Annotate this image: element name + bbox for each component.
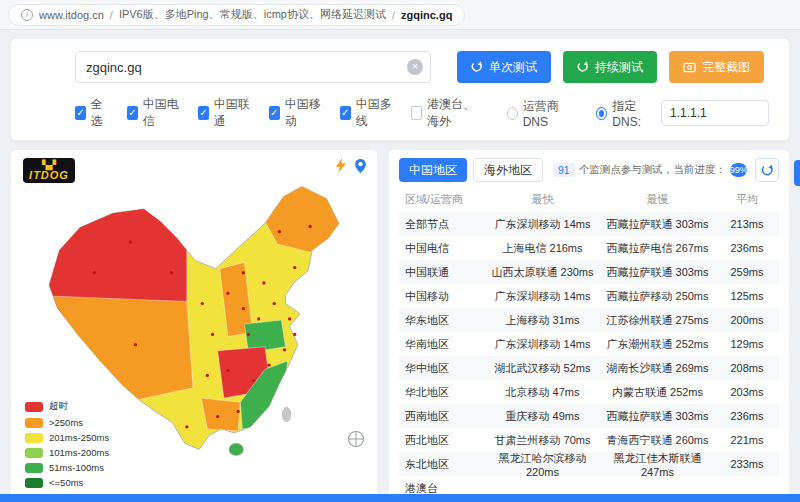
table-row[interactable]: 东北地区黑龙江哈尔滨移动 220ms黑龙江佳木斯联通 247ms233ms bbox=[399, 452, 779, 476]
radio-isp-dns[interactable]: 运营商DNS bbox=[507, 98, 573, 129]
checkbox-box[interactable]: ✓ bbox=[269, 106, 280, 120]
checkbox-label: 中国移动 bbox=[285, 96, 322, 130]
info-icon[interactable]: i bbox=[21, 9, 33, 21]
url-page-title: IPV6版、多地Ping、常规版、icmp协议、网络延迟测试 bbox=[119, 7, 386, 22]
checkbox-box[interactable]: ✓ bbox=[198, 106, 209, 120]
cell-region: 西北地区 bbox=[399, 433, 485, 448]
cell-slowest: 内蒙古联通 252ms bbox=[600, 385, 715, 400]
map-region-hainan bbox=[229, 443, 243, 455]
cell-slowest: 青海西宁联通 260ms bbox=[600, 433, 715, 448]
table-row[interactable]: 西南地区重庆移动 49ms西藏拉萨联通 303ms236ms bbox=[399, 404, 779, 428]
isp-checkbox-group: ✓全选✓中国电信✓中国联通✓中国移动✓中国多线港澳台、海外 bbox=[75, 96, 483, 130]
tab-overseas-region[interactable]: 海外地区 bbox=[473, 158, 543, 182]
table-row[interactable]: 西北地区甘肃兰州移动 70ms青海西宁联通 260ms221ms bbox=[399, 428, 779, 452]
screenshot-icon bbox=[683, 61, 696, 73]
cell-average: 213ms bbox=[715, 218, 779, 230]
table-row[interactable]: 华东地区上海移动 31ms江苏徐州联通 275ms200ms bbox=[399, 308, 779, 332]
checkbox-中国移动[interactable]: ✓中国移动 bbox=[269, 96, 322, 130]
progress-area: 91 个监测点参与测试，当前进度： 99% bbox=[553, 163, 747, 177]
cell-fastest: 黑龙江哈尔滨移动 220ms bbox=[485, 451, 600, 478]
checkbox-港澳台、海外[interactable]: 港澳台、海外 bbox=[411, 96, 483, 130]
checkbox-label: 港澳台、海外 bbox=[427, 96, 483, 130]
checkbox-中国电信[interactable]: ✓中国电信 bbox=[127, 96, 180, 130]
search-card: × 单次测试 持续测试 完整截图 ✓全选✓中国电信✓中国联通✓中国移动✓中国多线… bbox=[10, 38, 790, 141]
cell-region: 东北地区 bbox=[399, 457, 485, 472]
url-current-target: zgqinc.gq bbox=[401, 9, 452, 21]
legend-label: <=50ms bbox=[49, 477, 83, 488]
table-row[interactable]: 中国电信上海电信 216ms西藏拉萨电信 267ms236ms bbox=[399, 236, 779, 260]
legend-label: 超时 bbox=[49, 400, 68, 413]
checkbox-label: 中国联通 bbox=[214, 96, 251, 130]
single-test-button[interactable]: 单次测试 bbox=[457, 51, 551, 83]
cell-fastest: 重庆移动 49ms bbox=[485, 409, 600, 424]
tab-china-region[interactable]: 中国地区 bbox=[399, 158, 467, 182]
checkbox-中国多线[interactable]: ✓中国多线 bbox=[340, 96, 393, 130]
cell-average: 236ms bbox=[715, 410, 779, 422]
table-header: 区域/运营商 最快 最慢 平均 bbox=[399, 186, 779, 212]
legend-label: 201ms-250ms bbox=[49, 432, 109, 443]
radio-circle-selected[interactable] bbox=[596, 107, 607, 120]
radio-custom-dns[interactable]: 指定DNS: bbox=[596, 98, 655, 129]
single-test-label: 单次测试 bbox=[489, 59, 537, 76]
cell-region: 中国移动 bbox=[399, 289, 485, 304]
address-bar[interactable]: i www.itdog.cn / IPV6版、多地Ping、常规版、icmp协议… bbox=[8, 4, 465, 26]
checkbox-中国联通[interactable]: ✓中国联通 bbox=[198, 96, 251, 130]
progress-bar: 99% bbox=[730, 163, 747, 177]
cell-average: 125ms bbox=[715, 290, 779, 302]
table-row[interactable]: 中国联通山西太原联通 230ms西藏拉萨联通 303ms259ms bbox=[399, 260, 779, 284]
cell-slowest: 西藏拉萨联通 303ms bbox=[600, 217, 715, 232]
cell-region: 华北地区 bbox=[399, 385, 485, 400]
cell-slowest: 江苏徐州联通 275ms bbox=[600, 313, 715, 328]
progress-percent: 99% bbox=[730, 165, 747, 175]
legend-label: 101ms-200ms bbox=[49, 447, 109, 458]
cell-average: 259ms bbox=[715, 266, 779, 278]
search-input-wrap: × bbox=[75, 51, 431, 83]
map-region-tibet-orange bbox=[33, 295, 193, 400]
cell-fastest: 湖北武汉移动 52ms bbox=[485, 361, 600, 376]
dog-icon: ▚▞ bbox=[23, 161, 75, 169]
side-widget-tab[interactable] bbox=[794, 160, 800, 186]
refresh-results-button[interactable] bbox=[755, 158, 779, 182]
dns-input[interactable] bbox=[661, 100, 769, 126]
checkbox-box[interactable]: ✓ bbox=[75, 106, 86, 120]
legend-swatch bbox=[25, 402, 43, 412]
cell-fastest: 山西太原联通 230ms bbox=[485, 265, 600, 280]
checkbox-label: 全选 bbox=[91, 96, 109, 130]
map-legend: 超时>250ms201ms-250ms101ms-200ms51ms-100ms… bbox=[25, 396, 109, 488]
full-screenshot-button[interactable]: 完整截图 bbox=[669, 51, 764, 83]
url-separator: / bbox=[110, 9, 113, 21]
monitor-count-badge: 91 bbox=[553, 163, 575, 177]
legend-item: >250ms bbox=[25, 417, 109, 428]
cell-fastest: 广东深圳移动 14ms bbox=[485, 217, 600, 232]
filter-row: ✓全选✓中国电信✓中国联通✓中国移动✓中国多线港澳台、海外 运营商DNS 指定D… bbox=[75, 96, 769, 130]
cell-fastest: 广东深圳移动 14ms bbox=[485, 337, 600, 352]
legend-label: 51ms-100ms bbox=[49, 462, 104, 473]
host-input[interactable] bbox=[75, 51, 431, 83]
checkbox-box[interactable]: ✓ bbox=[340, 106, 351, 120]
table-row[interactable]: 华中地区湖北武汉移动 52ms湖南长沙联通 269ms208ms bbox=[399, 356, 779, 380]
cell-region: 中国电信 bbox=[399, 241, 485, 256]
cell-slowest: 湖南长沙联通 269ms bbox=[600, 361, 715, 376]
radio-circle[interactable] bbox=[507, 107, 518, 120]
clear-input-icon[interactable]: × bbox=[407, 59, 423, 75]
header-fastest: 最快 bbox=[485, 192, 600, 207]
checkbox-box[interactable] bbox=[411, 106, 422, 120]
checkbox-box[interactable]: ✓ bbox=[127, 106, 138, 120]
header-region: 区域/运营商 bbox=[399, 192, 485, 207]
compass-icon[interactable] bbox=[347, 430, 365, 448]
table-row[interactable]: 华南地区广东深圳移动 14ms广东潮州联通 252ms129ms bbox=[399, 332, 779, 356]
map-region-guangxi-orange bbox=[201, 398, 240, 431]
cell-region: 全部节点 bbox=[399, 217, 485, 232]
map-region-northeast-orange bbox=[263, 170, 351, 252]
table-row[interactable]: 全部节点广东深圳移动 14ms西藏拉萨联通 303ms213ms bbox=[399, 212, 779, 236]
checkbox-全选[interactable]: ✓全选 bbox=[75, 96, 109, 130]
map-panel: ▚▞ ITDOG bbox=[10, 149, 378, 501]
continuous-test-button[interactable]: 持续测试 bbox=[563, 51, 657, 83]
header-average: 平均 bbox=[715, 192, 779, 207]
table-row[interactable]: 华北地区北京移动 47ms内蒙古联通 252ms203ms bbox=[399, 380, 779, 404]
cell-slowest: 黑龙江佳木斯联通 247ms bbox=[600, 451, 715, 478]
table-row[interactable]: 中国移动广东深圳移动 14ms西藏拉萨移动 250ms125ms bbox=[399, 284, 779, 308]
radio-custom-dns-label: 指定DNS: bbox=[612, 98, 655, 129]
cell-slowest: 西藏拉萨联通 303ms bbox=[600, 265, 715, 280]
url-separator: / bbox=[392, 9, 395, 21]
